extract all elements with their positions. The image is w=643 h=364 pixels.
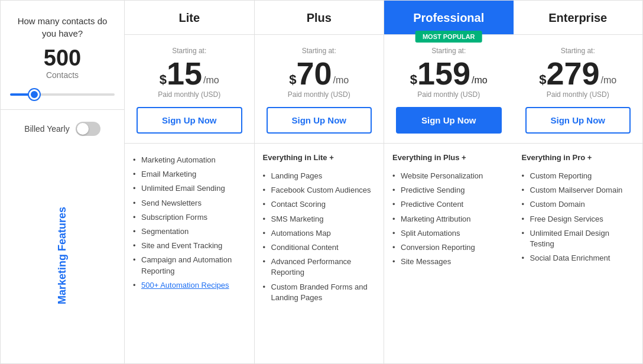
plans-area: Lite Starting at: $ 15 /mo Paid monthly … — [125, 1, 642, 363]
list-item: Free Design Services — [522, 212, 635, 226]
list-item: Website Personalization — [392, 169, 505, 183]
list-item: Marketing Attribution — [392, 212, 505, 226]
contact-label: Contacts — [10, 70, 115, 80]
plan-enterprise-name: Enterprise — [519, 11, 637, 25]
plan-enterprise-features: Everything in Pro + Custom Reporting Cus… — [514, 144, 643, 363]
plan-plus-name: Plus — [261, 11, 378, 25]
list-item: Custom Mailserver Domain — [522, 183, 635, 197]
list-item: Subscription Forms — [133, 210, 246, 225]
plan-lite-pricing: Starting at: $ 15 /mo Paid monthly (USD)… — [125, 35, 254, 144]
plan-professional-pricing: Starting at: $ 159 /mo Paid monthly (USD… — [384, 35, 514, 144]
plan-lite-starting-at: Starting at: — [131, 47, 248, 55]
list-item: Custom Domain — [522, 197, 635, 212]
plan-enterprise-everything-in: Everything in Pro + — [522, 153, 635, 162]
plan-professional-everything-in: Everything in Plus + — [392, 153, 505, 162]
plan-lite-price: 15 — [167, 57, 202, 89]
list-item: Social Data Enrichment — [522, 251, 635, 265]
list-item: Unlimited Email Design Testing — [522, 226, 635, 251]
list-item: Facebook Custom Audiences — [263, 183, 376, 197]
plan-plus-header: Plus — [255, 1, 384, 35]
plan-lite-features: Marketing Automation Email Marketing Unl… — [125, 144, 254, 363]
list-item: Custom Branded Forms and Landing Pages — [263, 280, 376, 305]
list-item: 500+ Automation Recipes — [133, 278, 246, 292]
plan-enterprise-dollar: $ — [539, 70, 546, 89]
contacts-section: How many contacts do you have? 500 Conta… — [1, 1, 124, 110]
plan-lite-price-row: $ 15 /mo — [131, 57, 248, 89]
plan-lite-feature-list: Marketing Automation Email Marketing Unl… — [133, 153, 246, 292]
plan-professional: Professional MOST POPULAR Starting at: $… — [384, 1, 514, 363]
list-item: Marketing Automation — [133, 153, 246, 167]
plan-plus-paid-label: Paid monthly (USD) — [261, 90, 378, 99]
plan-professional-price: 159 — [417, 57, 470, 89]
plan-professional-signup-button[interactable]: Sign Up Now — [396, 107, 502, 134]
plan-enterprise-per-mo: /mo — [601, 72, 617, 89]
plan-enterprise-pricing: Starting at: $ 279 /mo Paid monthly (USD… — [514, 35, 643, 144]
plan-professional-price-row: $ 159 /mo — [390, 57, 508, 89]
plan-lite-paid-label: Paid monthly (USD) — [131, 90, 248, 99]
billed-yearly-row: Billed Yearly — [1, 110, 124, 148]
plan-professional-per-mo: /mo — [472, 72, 488, 89]
plan-lite-signup-button[interactable]: Sign Up Now — [137, 107, 242, 134]
marketing-features-label: Marketing Features — [56, 195, 69, 316]
list-item: Conditional Content — [263, 240, 376, 255]
list-item: Predictive Content — [392, 197, 505, 212]
list-item: SMS Marketing — [263, 212, 376, 226]
list-item: Unlimited Email Sending — [133, 181, 246, 196]
billed-label: Billed Yearly — [24, 124, 69, 134]
list-item: Predictive Sending — [392, 183, 505, 197]
plan-enterprise-feature-list: Custom Reporting Custom Mailserver Domai… — [522, 169, 635, 265]
list-item: Advanced Performance Reporting — [263, 255, 376, 280]
list-item: Campaign and Automation Reporting — [133, 253, 246, 278]
plan-professional-header: Professional MOST POPULAR — [384, 1, 514, 35]
plan-lite-per-mo: /mo — [203, 72, 219, 89]
plan-lite-name: Lite — [131, 11, 248, 25]
list-item: Site Messages — [392, 255, 505, 269]
list-item: Automations Map — [263, 226, 376, 240]
plan-plus-price-row: $ 70 /mo — [261, 57, 378, 89]
list-item: Send Newsletters — [133, 196, 246, 210]
toggle-knob — [77, 123, 89, 135]
sidebar-question: How many contacts do you have? — [10, 15, 115, 40]
plan-plus-price: 70 — [297, 57, 332, 89]
list-item: Split Automations — [392, 226, 505, 240]
list-item: Conversion Reporting — [392, 240, 505, 255]
plan-plus-features: Everything in Lite + Landing Pages Faceb… — [255, 144, 384, 363]
plan-lite: Lite Starting at: $ 15 /mo Paid monthly … — [125, 1, 255, 363]
plan-enterprise-header: Enterprise — [514, 1, 643, 35]
billed-yearly-toggle[interactable] — [76, 122, 100, 136]
list-item: Email Marketing — [133, 167, 246, 181]
most-popular-badge: MOST POPULAR — [415, 31, 482, 43]
list-item: Contact Scoring — [263, 197, 376, 212]
list-item: Landing Pages — [263, 169, 376, 183]
plan-professional-features: Everything in Plus + Website Personaliza… — [384, 144, 514, 363]
list-item: Custom Reporting — [522, 169, 635, 183]
automation-recipes-link[interactable]: 500+ Automation Recipes — [141, 281, 229, 290]
plan-enterprise: Enterprise Starting at: $ 279 /mo Paid m… — [514, 1, 643, 363]
plan-professional-dollar: $ — [410, 70, 417, 89]
plan-plus-starting-at: Starting at: — [261, 47, 378, 55]
contact-count: 500 — [10, 47, 115, 69]
plan-plus-pricing: Starting at: $ 70 /mo Paid monthly (USD)… — [255, 35, 384, 144]
plan-plus-dollar: $ — [289, 70, 296, 89]
plan-plus-signup-button[interactable]: Sign Up Now — [267, 107, 372, 134]
plan-enterprise-signup-button[interactable]: Sign Up Now — [525, 107, 631, 134]
plan-professional-feature-list: Website Personalization Predictive Sendi… — [392, 169, 505, 269]
plan-enterprise-starting-at: Starting at: — [519, 47, 637, 55]
plan-plus-feature-list: Landing Pages Facebook Custom Audiences … — [263, 169, 376, 305]
plan-lite-header: Lite — [125, 1, 254, 35]
plan-professional-paid-label: Paid monthly (USD) — [390, 90, 508, 99]
contacts-slider[interactable] — [10, 93, 115, 96]
slider-container — [10, 88, 115, 98]
plan-plus-per-mo: /mo — [333, 72, 349, 89]
plan-enterprise-paid-label: Paid monthly (USD) — [519, 90, 637, 99]
marketing-features-section: Marketing Features — [1, 148, 124, 363]
plan-enterprise-price-row: $ 279 /mo — [519, 57, 637, 89]
plan-enterprise-price: 279 — [546, 57, 599, 89]
sidebar: How many contacts do you have? 500 Conta… — [1, 1, 125, 363]
list-item: Site and Event Tracking — [133, 239, 246, 253]
plan-plus-everything-in: Everything in Lite + — [263, 153, 376, 162]
plan-lite-dollar: $ — [160, 70, 167, 89]
plan-professional-name: Professional — [390, 11, 508, 25]
plan-professional-starting-at: Starting at: — [390, 47, 508, 55]
list-item: Segmentation — [133, 225, 246, 239]
